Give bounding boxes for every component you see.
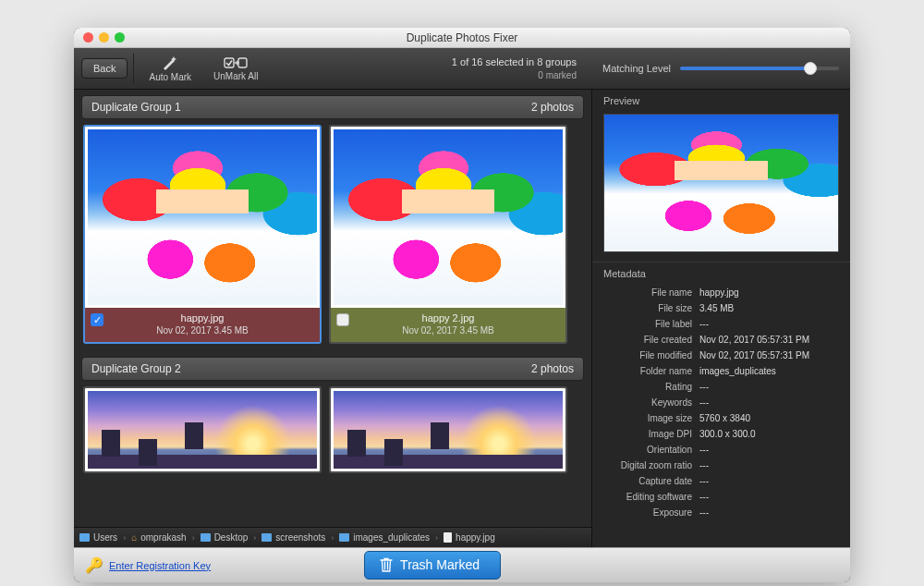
zoom-window-icon[interactable] [115,32,125,43]
sidebar-right: Preview Metadata File namehappy.jpgFile … [591,90,850,547]
breadcrumb: Users› ⌂omprakash› Desktop› screenshots›… [74,527,591,547]
photo-card[interactable] [83,386,322,473]
metadata-row: File namehappy.jpg [598,285,848,300]
metadata-value: --- [699,473,709,489]
metadata-row: Capture date--- [598,473,848,489]
metadata-value: Nov 02, 2017 05:57:31 PM [699,332,809,348]
metadata-key: File label [598,316,699,332]
metadata-value: --- [699,395,709,410]
metadata-value: --- [699,442,709,458]
metadata-value: Nov 02, 2017 05:57:31 PM [699,348,809,363]
key-icon: 🔑 [85,556,103,574]
photo-card[interactable] [329,386,567,473]
metadata-row: Image DPI300.0 x 300.0 [598,426,848,442]
metadata-value: happy.jpg [699,285,739,300]
crumb-screenshots[interactable]: screenshots [261,532,325,543]
metadata-row: Folder nameimages_duplicates [598,363,848,379]
wand-icon [162,55,178,70]
photo-filename: happy.jpg [92,312,312,324]
crumb-home[interactable]: ⌂omprakash [131,532,187,543]
app-window: Duplicate Photos Fixer Back Auto Mark Un… [74,28,850,582]
metadata-key: Digital zoom ratio [598,458,699,473]
crumb-users[interactable]: Users [79,532,117,543]
metadata-key: File modified [598,348,699,363]
metadata-value: --- [699,458,709,473]
toolbar-divider [133,54,134,83]
trash-marked-button[interactable]: Trash Marked [364,551,501,580]
metadata-key: Exposure [598,505,699,520]
results-scroll[interactable]: Duplicate Group 1 2 photos ✓ happy.jpg N… [74,90,591,527]
trash-label: Trash Marked [400,557,480,572]
unmarkall-button[interactable]: UnMark All [204,55,267,83]
status-line2: 0 marked [452,69,577,81]
metadata-value: 5760 x 3840 [699,410,750,426]
unmarkall-label: UnMark All [213,71,258,81]
minimize-window-icon[interactable] [99,32,109,43]
selection-status: 1 of 16 selected in 8 groups 0 marked [452,55,577,80]
main-panel: Duplicate Group 1 2 photos ✓ happy.jpg N… [74,90,591,547]
metadata-row: Orientation--- [598,442,848,458]
back-button[interactable]: Back [81,58,128,79]
photo-filename: happy 2.jpg [338,312,558,324]
metadata-value: --- [699,316,709,332]
photo-thumb [331,127,565,308]
titlebar: Duplicate Photos Fixer [74,28,850,48]
group-thumbs: ✓ happy.jpg Nov 02, 2017 3.45 MB happy 2… [74,125,591,351]
metadata-key: File name [598,285,699,300]
photo-date: Nov 02, 2017 3.45 MB [338,325,558,336]
svg-rect-0 [225,58,234,67]
unmark-icon [224,56,248,69]
metadata-value: 3.45 MB [699,300,734,316]
toolbar: Back Auto Mark UnMark All 1 of 16 select… [74,48,850,90]
photo-thumb [85,127,320,308]
metadata-value: images_duplicates [699,363,776,379]
photo-thumb [331,388,565,471]
svg-rect-1 [238,58,247,67]
group-title: Duplicate Group 1 [91,101,181,114]
crumb-desktop[interactable]: Desktop [201,532,249,543]
group-count: 2 photos [531,101,574,114]
metadata-row: File size3.45 MB [598,300,848,316]
metadata-value: --- [699,489,709,505]
metadata-key: Orientation [598,442,699,458]
metadata-row: Editing software--- [598,489,848,505]
automark-button[interactable]: Auto Mark [140,54,201,84]
folder-icon [339,533,349,542]
automark-label: Auto Mark [149,72,191,82]
mark-checkbox[interactable]: ✓ [91,313,103,326]
photo-card[interactable]: ✓ happy.jpg Nov 02, 2017 3.45 MB [83,125,322,344]
metadata-list[interactable]: File namehappy.jpgFile size3.45 MBFile l… [592,283,850,547]
metadata-row: File modifiedNov 02, 2017 05:57:31 PM [598,348,848,363]
matching-level-slider[interactable] [680,67,839,70]
trash-icon [380,557,393,572]
body: Duplicate Group 1 2 photos ✓ happy.jpg N… [74,90,850,547]
matching-level-control: Matching Level [602,63,843,74]
photo-card[interactable]: happy 2.jpg Nov 02, 2017 3.45 MB [329,125,567,344]
metadata-key: Image size [598,410,699,426]
slider-thumb-icon[interactable] [804,62,817,75]
metadata-value: --- [699,379,709,395]
registration-link[interactable]: Enter Registration Key [109,560,211,571]
crumb-file[interactable]: happy.jpg [444,532,495,543]
metadata-row: Keywords--- [598,395,848,410]
group-thumbs [74,386,591,481]
metadata-value: 300.0 x 300.0 [699,426,756,442]
metadata-row: Exposure--- [598,505,848,520]
folder-icon [261,533,272,542]
metadata-key: Editing software [598,489,699,505]
status-line1: 1 of 16 selected in 8 groups [452,55,577,68]
metadata-key: Capture date [598,473,699,489]
folder-icon [201,533,211,542]
close-window-icon[interactable] [83,32,93,43]
matching-level-label: Matching Level [602,63,671,74]
metadata-key: File created [598,332,699,348]
folder-icon [79,533,90,542]
traffic-lights [83,32,125,43]
metadata-value: --- [699,505,709,520]
crumb-images[interactable]: images_duplicates [339,532,430,543]
mark-checkbox[interactable] [336,313,349,326]
file-icon [444,532,452,543]
metadata-key: Rating [598,379,699,395]
metadata-key: Folder name [598,363,699,379]
window-title: Duplicate Photos Fixer [74,31,850,44]
